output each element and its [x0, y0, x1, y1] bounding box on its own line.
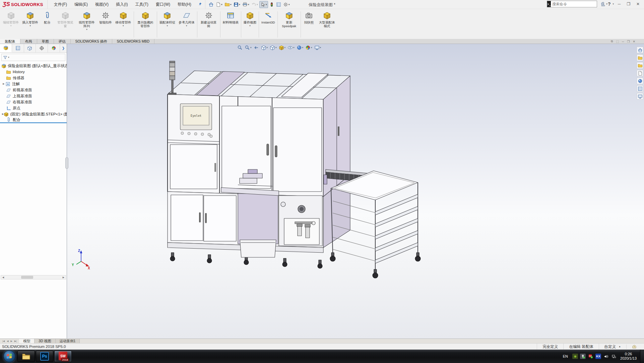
- doc-cascade-icon[interactable]: ⧉: [611, 40, 613, 43]
- close-button[interactable]: ✕: [634, 1, 642, 7]
- ribbon-move-component[interactable]: 移动零部件▾: [114, 10, 133, 39]
- ribbon-component-preview[interactable]: 零部件预览窗: [55, 10, 76, 39]
- panel-tabs-overflow[interactable]: ❯: [60, 44, 67, 52]
- select-button[interactable]: ▾: [259, 1, 268, 8]
- login-icon[interactable]: [600, 1, 606, 7]
- displaymanager-tab[interactable]: [48, 44, 60, 52]
- pin-menu-icon[interactable]: [198, 2, 202, 7]
- tree-item-origin[interactable]: 原点: [0, 105, 67, 111]
- configurationmanager-tab[interactable]: [24, 44, 36, 52]
- machine-base-cabinets[interactable]: [171, 194, 322, 246]
- file-explorer-icon[interactable]: [637, 62, 643, 69]
- taskbar-photoshop-button[interactable]: Ps: [36, 351, 53, 362]
- language-indicator[interactable]: EN: [563, 354, 568, 358]
- menu-help[interactable]: 帮助(H): [174, 0, 195, 9]
- tab-evaluate[interactable]: 评估: [54, 39, 71, 44]
- open-button[interactable]: ▾: [224, 1, 232, 8]
- rebuild-button[interactable]: [269, 1, 275, 8]
- options-button[interactable]: ▾: [282, 1, 291, 8]
- tree-horizontal-scrollbar[interactable]: ◀ ▶: [1, 275, 66, 279]
- zoom-to-area-icon[interactable]: ▾: [244, 45, 253, 51]
- tab-sketch[interactable]: 草图: [37, 39, 54, 44]
- edit-appearance-icon[interactable]: ▾: [296, 45, 305, 51]
- ribbon-update-speedpak[interactable]: 更新 Speedpak: [278, 10, 300, 39]
- tab-scroll-arrows[interactable]: |◀◀ ▶▶|: [0, 339, 19, 343]
- expander-icon[interactable]: ▶: [2, 83, 5, 85]
- hide-show-items-icon[interactable]: ▾: [286, 45, 296, 51]
- undo-button[interactable]: ▾: [251, 1, 259, 8]
- doc-minimize-button[interactable]: ─: [622, 40, 624, 43]
- taskbar-solidworks-button[interactable]: SW 2018: [54, 351, 72, 362]
- minimize-button[interactable]: ─: [615, 1, 623, 7]
- model-tab[interactable]: 模型: [19, 339, 35, 343]
- menu-insert[interactable]: 插入(I): [112, 0, 131, 9]
- graphics-viewport[interactable]: ▾ ▾ ▾ ▾ ▾ ▾ ▾ ▾: [67, 44, 644, 339]
- ribbon-mate[interactable]: 配合: [40, 10, 55, 39]
- tag-icon[interactable]: [626, 345, 642, 349]
- tree-item-step-component[interactable]: ▶ (固定) 保险盒组装图.STEP<1> (默认: [0, 111, 67, 117]
- custom-status[interactable]: 自定义▲: [599, 344, 626, 350]
- forum-icon[interactable]: [637, 93, 643, 100]
- tree-item-mates[interactable]: 配合: [0, 117, 67, 123]
- tree-item-front-plane[interactable]: 前视基准面: [0, 87, 67, 93]
- panel-splitter-handle[interactable]: [65, 157, 68, 169]
- 3d-model-view[interactable]: Eyelet: [67, 44, 644, 339]
- view-palette-icon[interactable]: [637, 70, 643, 76]
- menu-edit[interactable]: 编辑(E): [71, 0, 91, 9]
- ribbon-take-snapshot[interactable]: 拍快照: [302, 10, 316, 39]
- tree-item-sensors[interactable]: 传感器: [0, 75, 67, 81]
- apply-scene-icon[interactable]: ▾: [304, 45, 313, 51]
- 3d-views-tab[interactable]: 3D 视图: [35, 339, 55, 343]
- tree-item-top-plane[interactable]: 上视基准面: [0, 93, 67, 99]
- menu-file[interactable]: 文件(F): [50, 0, 71, 9]
- search-input[interactable]: [552, 2, 600, 6]
- volume-tray-icon[interactable]: [603, 354, 609, 359]
- zoom-to-fit-icon[interactable]: [236, 45, 244, 51]
- resources-home-icon[interactable]: [637, 47, 643, 53]
- doc-tile-icon[interactable]: ⬚: [616, 40, 619, 43]
- ribbon-insert-component[interactable]: 插入零部件▾: [21, 10, 40, 39]
- scroll-left-icon[interactable]: ◀: [1, 276, 5, 279]
- new-document-button[interactable]: ▾: [215, 1, 223, 8]
- usb-tray-icon[interactable]: [580, 354, 586, 359]
- start-button[interactable]: [3, 350, 15, 362]
- file-properties-button[interactable]: [275, 1, 282, 8]
- home-button[interactable]: [208, 1, 214, 8]
- restore-button[interactable]: ❐: [625, 1, 633, 7]
- tree-item-annotations[interactable]: ▶ 注解: [0, 81, 67, 87]
- menu-view[interactable]: 视图(V): [91, 0, 112, 9]
- command-search[interactable]: >_ ▾: [547, 1, 597, 7]
- doc-restore-button[interactable]: ❐: [627, 40, 630, 43]
- menu-tools[interactable]: 工具(T): [131, 0, 152, 9]
- design-library-icon[interactable]: [637, 54, 643, 61]
- dimxpertmanager-tab[interactable]: [36, 44, 48, 52]
- custom-properties-icon[interactable]: [637, 85, 643, 92]
- ribbon-assembly-features[interactable]: 装配体特征▾: [158, 10, 177, 39]
- featuremanager-tab[interactable]: [0, 44, 12, 52]
- ribbon-linear-pattern[interactable]: 线性零部件阵列▾: [76, 10, 98, 39]
- nvidia-tray-icon[interactable]: ◉: [572, 354, 578, 359]
- ribbon-instant3d[interactable]: Instant3D: [260, 10, 277, 39]
- ribbon-large-assembly-mode[interactable]: 大型装配体模式: [316, 10, 338, 39]
- doc-close-button[interactable]: ✕: [633, 40, 635, 43]
- ribbon-reference-geometry[interactable]: 参考几何体▾: [177, 10, 196, 39]
- display-style-icon[interactable]: ▾: [278, 45, 287, 51]
- taskbar-clock[interactable]: 0:26 2020/1/13: [620, 352, 637, 361]
- menu-window[interactable]: 窗口(W): [152, 0, 174, 9]
- help-button[interactable]: ?: [608, 1, 611, 7]
- ribbon-show-hidden[interactable]: 显示隐藏的零部件: [135, 10, 156, 39]
- ribbon-smart-fasteners[interactable]: 智能扣件: [98, 10, 114, 39]
- kx-tray-icon[interactable]: KX: [595, 354, 601, 359]
- tree-item-history[interactable]: History: [0, 69, 67, 75]
- tab-assembly[interactable]: 装配体: [0, 39, 20, 44]
- motion-study-tab[interactable]: 运动算例1: [56, 339, 80, 343]
- taskbar-explorer-button[interactable]: [17, 351, 35, 362]
- tab-layout[interactable]: 布局: [20, 39, 37, 44]
- ribbon-exploded-view[interactable]: 爆炸视图▾: [242, 10, 258, 39]
- view-orientation-icon[interactable]: ▾: [269, 45, 278, 51]
- save-button[interactable]: ▾: [233, 1, 241, 8]
- tree-root-assembly[interactable]: 保险盒组装图 (默认<默认_显示状态-1>: [0, 63, 67, 69]
- print-button[interactable]: ▾: [242, 1, 250, 8]
- tab-sw-addins[interactable]: SOLIDWORKS 插件: [71, 39, 112, 44]
- view-settings-icon[interactable]: ▾: [313, 45, 322, 51]
